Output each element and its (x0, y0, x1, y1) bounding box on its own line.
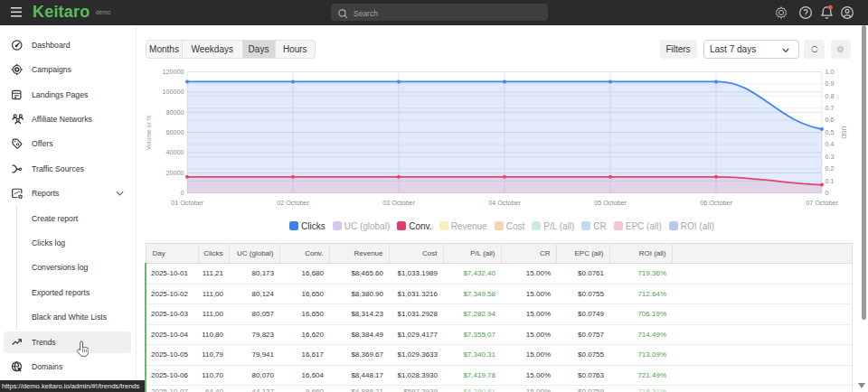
svg-text:1.0: 1.0 (826, 68, 835, 76)
svg-text:01 October: 01 October (171, 199, 203, 207)
svg-text:0.1: 0.1 (826, 177, 835, 185)
svg-text:0: 0 (826, 189, 829, 197)
svg-text:60000: 60000 (166, 128, 184, 136)
svg-text:0.4: 0.4 (826, 140, 835, 148)
svg-text:100000: 100000 (163, 88, 184, 96)
svg-text:120000: 120000 (163, 68, 184, 76)
svg-text:80000: 80000 (166, 108, 184, 117)
svg-text:06 October: 06 October (700, 199, 732, 207)
svg-text:04 October: 04 October (488, 199, 521, 207)
svg-text:Volume or %: Volume or % (146, 115, 152, 150)
svg-text:03 October: 03 October (382, 199, 415, 207)
svg-text:05 October: 05 October (594, 199, 627, 207)
svg-text:0.7: 0.7 (826, 104, 835, 112)
svg-text:0.3: 0.3 (826, 153, 835, 161)
svg-text:0.5: 0.5 (826, 128, 835, 136)
svg-text:0.2: 0.2 (826, 164, 835, 173)
svg-text:0.9: 0.9 (826, 79, 835, 88)
svg-text:40000: 40000 (166, 148, 184, 156)
svg-text:0: 0 (181, 189, 184, 197)
svg-text:0.8: 0.8 (826, 92, 835, 100)
svg-text:07 October: 07 October (806, 199, 838, 207)
svg-text:0.6: 0.6 (826, 116, 835, 124)
svg-text:20000: 20000 (166, 169, 184, 177)
svg-text:02 October: 02 October (277, 199, 309, 207)
svg-text:USD: USD (841, 126, 847, 138)
